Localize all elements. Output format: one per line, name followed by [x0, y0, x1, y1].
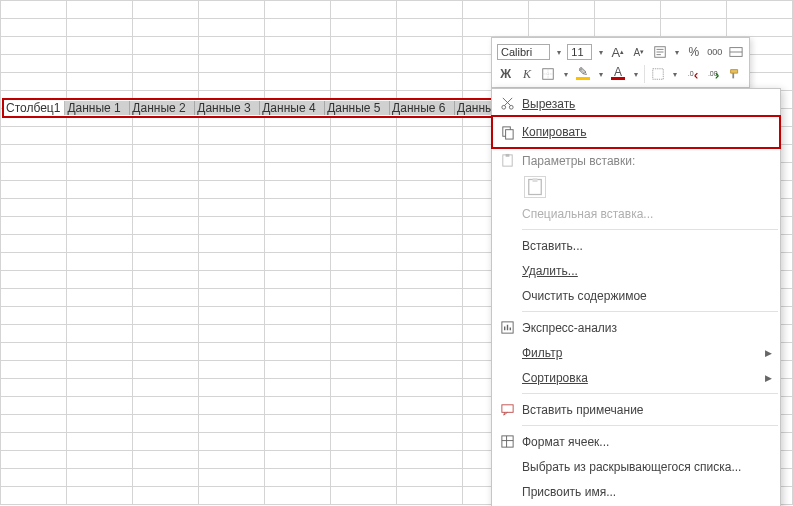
italic-button[interactable]: К	[518, 65, 535, 83]
increase-decimal-button[interactable]: .00	[705, 65, 722, 83]
decrease-decimal-button[interactable]: .0	[684, 65, 701, 83]
menu-cut[interactable]: Вырезать	[492, 91, 780, 116]
svg-text:.0: .0	[688, 70, 694, 77]
font-size-combo[interactable]: 11	[567, 44, 592, 60]
menu-paste-special: Специальная вставка...	[492, 201, 780, 226]
merge-center-button[interactable]	[727, 43, 744, 61]
submenu-arrow-icon: ▶	[765, 348, 772, 358]
accounting-icon	[653, 45, 667, 59]
menu-paste-options-header: Параметры вставки:	[492, 148, 780, 173]
fill-color-button[interactable]: ✎	[575, 65, 592, 83]
menu-clear-contents[interactable]: Очистить содержимое	[492, 283, 780, 308]
paste-icon	[525, 177, 545, 197]
decrease-font-button[interactable]: A▾	[630, 43, 647, 61]
menu-copy[interactable]: Копировать	[492, 116, 780, 148]
cell[interactable]: Данные 3	[195, 101, 260, 115]
paste-option-button[interactable]	[524, 176, 546, 198]
copy-icon	[492, 125, 522, 140]
svg-rect-11	[505, 154, 509, 157]
chevron-down-icon[interactable]: ▾	[671, 70, 681, 79]
bold-button[interactable]: Ж	[497, 65, 514, 83]
svg-point-6	[501, 105, 505, 109]
menu-separator	[522, 425, 778, 426]
cell[interactable]: Данные 2	[130, 101, 195, 115]
grid-icon	[651, 67, 665, 81]
menu-define-name[interactable]: Присвоить имя...	[492, 479, 780, 504]
menu-filter[interactable]: Фильтр ▶	[492, 340, 780, 365]
accounting-format-button[interactable]	[651, 43, 668, 61]
cell-header[interactable]: Столбец1	[4, 101, 65, 115]
menu-delete[interactable]: Удалить...	[492, 258, 780, 283]
borders-alt-button[interactable]	[649, 65, 666, 83]
font-color-button[interactable]: A	[609, 65, 626, 83]
chevron-down-icon[interactable]: ▾	[561, 70, 571, 79]
svg-rect-9	[505, 129, 513, 138]
comma-format-button[interactable]: 000	[706, 43, 723, 61]
chevron-down-icon[interactable]: ▾	[596, 70, 606, 79]
chevron-down-icon[interactable]: ▾	[631, 70, 641, 79]
svg-rect-16	[501, 436, 512, 447]
menu-separator	[522, 311, 778, 312]
percent-format-button[interactable]: %	[685, 43, 702, 61]
mini-toolbar: Calibri ▾ 11 ▾ A▴ A▾ ▾ % 000 Ж К ▾ ✎ ▾ A…	[491, 37, 750, 88]
borders-button[interactable]	[540, 65, 557, 83]
context-menu: Вырезать Копировать Параметры вставки: С…	[491, 88, 781, 506]
font-name-combo[interactable]: Calibri	[497, 44, 550, 60]
menu-separator	[522, 393, 778, 394]
scissors-icon	[492, 96, 522, 111]
cell[interactable]: Данные 4	[260, 101, 325, 115]
decimal-inc-icon: .00	[707, 67, 721, 81]
svg-rect-13	[533, 178, 538, 182]
increase-font-button[interactable]: A▴	[610, 43, 627, 61]
clipboard-icon	[492, 153, 522, 168]
borders-icon	[541, 67, 555, 81]
separator	[644, 65, 645, 83]
format-cells-icon	[492, 434, 522, 449]
cell[interactable]: Данные 5	[325, 101, 390, 115]
cell[interactable]: Данные 6	[390, 101, 455, 115]
menu-insert[interactable]: Вставить...	[492, 233, 780, 258]
menu-format-cells[interactable]: Формат ячеек...	[492, 429, 780, 454]
paintbrush-icon	[728, 67, 742, 81]
font-size-dropdown-icon[interactable]: ▾	[596, 48, 605, 57]
merge-icon	[729, 45, 743, 59]
menu-sort[interactable]: Сортировка ▶	[492, 365, 780, 390]
menu-insert-comment[interactable]: Вставить примечание	[492, 397, 780, 422]
decimal-dec-icon: .0	[686, 67, 700, 81]
quick-analysis-icon	[492, 320, 522, 335]
svg-rect-15	[501, 405, 512, 413]
svg-rect-3	[653, 69, 664, 80]
cell[interactable]: Данные 1	[65, 101, 130, 115]
format-painter-button[interactable]	[727, 65, 744, 83]
menu-separator	[522, 229, 778, 230]
menu-quick-analysis[interactable]: Экспресс-анализ	[492, 315, 780, 340]
svg-point-7	[509, 105, 513, 109]
chevron-down-icon[interactable]: ▾	[672, 48, 681, 57]
submenu-arrow-icon: ▶	[765, 373, 772, 383]
selected-row[interactable]: Столбец1 Данные 1 Данные 2 Данные 3 Данн…	[2, 98, 522, 118]
menu-pick-from-dropdown[interactable]: Выбрать из раскрывающегося списка...	[492, 454, 780, 479]
comment-icon	[492, 402, 522, 417]
font-name-dropdown-icon[interactable]: ▾	[554, 48, 563, 57]
paste-options-row	[492, 173, 780, 201]
